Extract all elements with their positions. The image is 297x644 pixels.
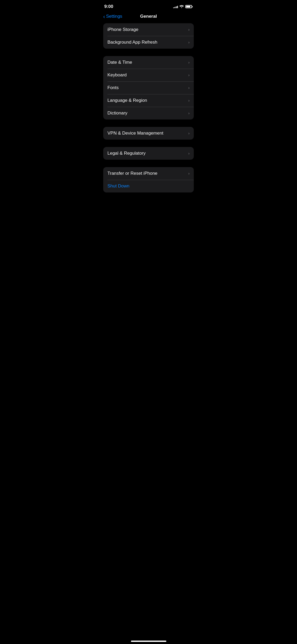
status-bar: 9:00 bbox=[99, 0, 198, 12]
settings-content: iPhone Storage › Background App Refresh … bbox=[99, 23, 198, 192]
legal-regulatory-item[interactable]: Legal & Regulatory › bbox=[103, 147, 194, 160]
legal-regulatory-label: Legal & Regulatory bbox=[107, 151, 146, 156]
battery-icon bbox=[185, 5, 193, 8]
chevron-right-icon: › bbox=[188, 73, 190, 77]
transfer-reset-label: Transfer or Reset iPhone bbox=[107, 171, 157, 176]
language-region-item[interactable]: Language & Region › bbox=[103, 94, 194, 107]
back-button[interactable]: ‹ Settings bbox=[103, 14, 122, 19]
keyboard-label: Keyboard bbox=[107, 72, 127, 78]
fonts-item[interactable]: Fonts › bbox=[103, 81, 194, 94]
vpn-group: VPN & Device Management › bbox=[103, 127, 194, 140]
transfer-reset-item[interactable]: Transfer or Reset iPhone › bbox=[103, 167, 194, 180]
chevron-right-icon: › bbox=[188, 131, 190, 135]
reset-group: Transfer or Reset iPhone › Shut Down bbox=[103, 167, 194, 192]
page-title: General bbox=[140, 14, 157, 19]
background-app-refresh-item[interactable]: Background App Refresh › bbox=[103, 36, 194, 49]
legal-group: Legal & Regulatory › bbox=[103, 147, 194, 160]
vpn-device-management-label: VPN & Device Management bbox=[107, 131, 163, 136]
chevron-right-icon: › bbox=[188, 151, 190, 155]
chevron-right-icon: › bbox=[188, 98, 190, 103]
shut-down-item[interactable]: Shut Down bbox=[103, 180, 194, 192]
chevron-right-icon: › bbox=[188, 60, 190, 65]
date-time-item[interactable]: Date & Time › bbox=[103, 56, 194, 69]
wifi-icon bbox=[180, 5, 184, 9]
locale-group: Date & Time › Keyboard › Fonts › Languag… bbox=[103, 56, 194, 119]
status-icons bbox=[173, 5, 193, 9]
chevron-right-icon: › bbox=[188, 111, 190, 115]
fonts-label: Fonts bbox=[107, 85, 119, 90]
dictionary-item[interactable]: Dictionary › bbox=[103, 107, 194, 119]
dictionary-label: Dictionary bbox=[107, 111, 128, 116]
chevron-right-icon: › bbox=[188, 40, 190, 44]
signal-icon bbox=[173, 5, 178, 8]
nav-header: ‹ Settings General bbox=[99, 12, 198, 23]
language-region-label: Language & Region bbox=[107, 98, 147, 103]
status-time: 9:00 bbox=[104, 4, 113, 9]
date-time-label: Date & Time bbox=[107, 60, 132, 65]
shut-down-label: Shut Down bbox=[107, 183, 129, 189]
iphone-storage-item[interactable]: iPhone Storage › bbox=[103, 23, 194, 36]
back-chevron-icon: ‹ bbox=[103, 14, 105, 19]
chevron-right-icon: › bbox=[188, 86, 190, 90]
chevron-right-icon: › bbox=[188, 27, 190, 32]
back-label: Settings bbox=[106, 14, 122, 19]
vpn-device-management-item[interactable]: VPN & Device Management › bbox=[103, 127, 194, 140]
iphone-storage-label: iPhone Storage bbox=[107, 27, 138, 32]
chevron-right-icon: › bbox=[188, 171, 190, 176]
keyboard-item[interactable]: Keyboard › bbox=[103, 69, 194, 81]
storage-group: iPhone Storage › Background App Refresh … bbox=[103, 23, 194, 49]
background-app-refresh-label: Background App Refresh bbox=[107, 40, 157, 45]
